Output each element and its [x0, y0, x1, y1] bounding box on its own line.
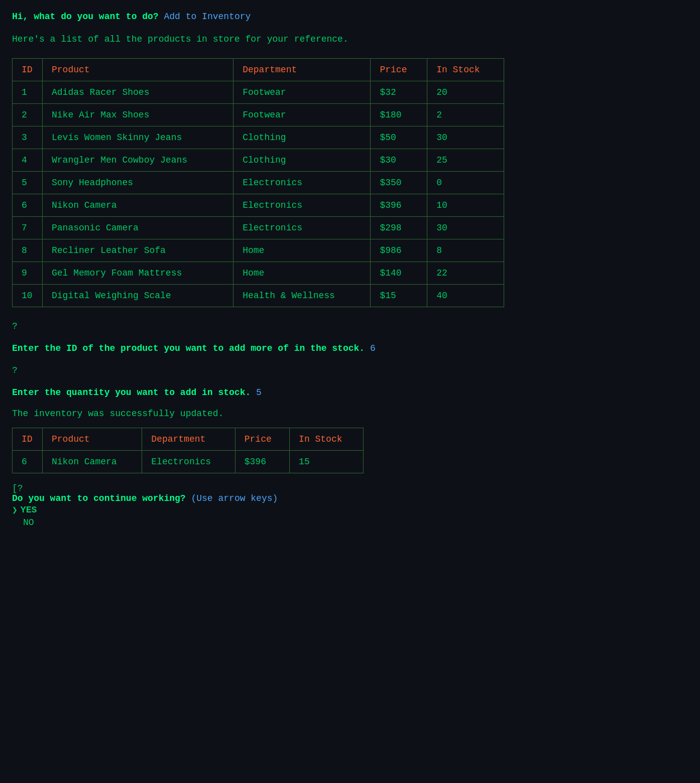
cell-id: 1 — [13, 81, 43, 104]
table-row: 10 Digital Weighing Scale Health & Welln… — [13, 285, 504, 307]
cell-price: $32 — [371, 81, 427, 104]
continue-question-line: Do you want to continue working? (Use ar… — [12, 493, 688, 503]
result-col-header-price: Price — [235, 428, 289, 451]
result-col-header-in-stock: In Stock — [290, 428, 364, 451]
cell-in-stock: 22 — [427, 262, 504, 285]
col-header-price: Price — [371, 59, 427, 81]
cell-id: 4 — [13, 149, 43, 172]
table-row: 9 Gel Memory Foam Mattress Home $140 22 — [13, 262, 504, 285]
cell-id: 9 — [13, 262, 43, 285]
table-row: 3 Levis Women Skinny Jeans Clothing $50 … — [13, 126, 504, 149]
cell-in-stock: 10 — [427, 194, 504, 217]
result-cell-in-stock: 15 — [290, 451, 364, 473]
option-no[interactable]: NO — [12, 516, 688, 529]
cell-in-stock: 20 — [427, 81, 504, 104]
cell-department: Health & Wellness — [234, 285, 371, 307]
prompt1-marker: ? — [12, 321, 18, 331]
option-yes[interactable]: ❯ YES — [12, 503, 688, 516]
table-row: 7 Panasonic Camera Electronics $298 30 — [13, 217, 504, 239]
result-table-header-row: ID Product Department Price In Stock — [13, 428, 364, 451]
cell-department: Electronics — [234, 172, 371, 194]
cell-in-stock: 2 — [427, 104, 504, 126]
prompt1-answer: 6 — [370, 343, 376, 353]
cell-product: Recliner Leather Sofa — [43, 239, 234, 262]
cell-product: Levis Women Skinny Jeans — [43, 126, 234, 149]
cell-department: Footwear — [234, 81, 371, 104]
continue-question: Do you want to continue working? — [12, 493, 186, 503]
prompt1-question-line: Enter the ID of the product you want to … — [12, 339, 688, 357]
col-header-id: ID — [13, 59, 43, 81]
continue-hint: (Use arrow keys) — [191, 493, 278, 503]
result-cell-department: Electronics — [142, 451, 235, 473]
prompt2-marker: ? — [12, 365, 18, 375]
cell-id: 6 — [13, 194, 43, 217]
cell-department: Clothing — [234, 126, 371, 149]
result-col-header-product: Product — [43, 428, 142, 451]
cell-product: Gel Memory Foam Mattress — [43, 262, 234, 285]
col-header-product: Product — [43, 59, 234, 81]
option-no-label: NO — [23, 517, 34, 528]
cell-price: $396 — [371, 194, 427, 217]
result-col-header-department: Department — [142, 428, 235, 451]
col-header-in-stock: In Stock — [427, 59, 504, 81]
cell-id: 5 — [13, 172, 43, 194]
cell-department: Home — [234, 239, 371, 262]
cell-department: Home — [234, 262, 371, 285]
prompt2-marker-line: ? — [12, 361, 688, 379]
cell-price: $50 — [371, 126, 427, 149]
result-cell-id: 6 — [13, 451, 43, 473]
header-question: Hi, what do you want to do? — [12, 12, 159, 22]
cell-product: Panasonic Camera — [43, 217, 234, 239]
cell-product: Digital Weighing Scale — [43, 285, 234, 307]
cell-department: Electronics — [234, 217, 371, 239]
result-table-row: 6 Nikon Camera Electronics $396 15 — [13, 451, 364, 473]
table-row: 4 Wrangler Men Cowboy Jeans Clothing $30… — [13, 149, 504, 172]
cell-price: $15 — [371, 285, 427, 307]
col-header-department: Department — [234, 59, 371, 81]
table-row: 6 Nikon Camera Electronics $396 10 — [13, 194, 504, 217]
table-row: 8 Recliner Leather Sofa Home $986 8 — [13, 239, 504, 262]
header-line: Hi, what do you want to do? Add to Inven… — [12, 10, 688, 24]
cell-id: 7 — [13, 217, 43, 239]
cell-product: Nike Air Max Shoes — [43, 104, 234, 126]
result-product-table: ID Product Department Price In Stock 6 N… — [12, 428, 364, 473]
cell-in-stock: 30 — [427, 126, 504, 149]
prompt2-question: Enter the quantity you want to add in st… — [12, 387, 251, 398]
table-row: 2 Nike Air Max Shoes Footwear $180 2 — [13, 104, 504, 126]
no-spacer — [12, 517, 20, 528]
prompt2-answer: 5 — [256, 387, 262, 398]
prompt1-question: Enter the ID of the product you want to … — [12, 343, 365, 353]
continue-bracket-line: [? — [12, 483, 688, 493]
main-table-header-row: ID Product Department Price In Stock — [13, 59, 504, 81]
result-cell-price: $396 — [235, 451, 289, 473]
cell-product: Sony Headphones — [43, 172, 234, 194]
cell-id: 10 — [13, 285, 43, 307]
result-cell-product: Nikon Camera — [43, 451, 142, 473]
cell-in-stock: 8 — [427, 239, 504, 262]
subheader-text: Here's a list of all the products in sto… — [12, 33, 688, 46]
continue-section: [? Do you want to continue working? (Use… — [12, 483, 688, 529]
cell-product: Nikon Camera — [43, 194, 234, 217]
cell-in-stock: 30 — [427, 217, 504, 239]
cell-price: $140 — [371, 262, 427, 285]
cell-in-stock: 0 — [427, 172, 504, 194]
cell-department: Electronics — [234, 194, 371, 217]
cell-product: Wrangler Men Cowboy Jeans — [43, 149, 234, 172]
table-row: 1 Adidas Racer Shoes Footwear $32 20 — [13, 81, 504, 104]
cell-price: $180 — [371, 104, 427, 126]
cell-price: $986 — [371, 239, 427, 262]
cell-price: $350 — [371, 172, 427, 194]
cell-price: $298 — [371, 217, 427, 239]
cell-id: 2 — [13, 104, 43, 126]
cell-department: Footwear — [234, 104, 371, 126]
prompt2-question-line: Enter the quantity you want to add in st… — [12, 383, 688, 402]
cell-id: 8 — [13, 239, 43, 262]
table-row: 5 Sony Headphones Electronics $350 0 — [13, 172, 504, 194]
cell-in-stock: 25 — [427, 149, 504, 172]
main-product-table: ID Product Department Price In Stock 1 A… — [12, 58, 504, 307]
success-message: The inventory was successfully updated. — [12, 409, 688, 419]
arrow-icon: ❯ — [12, 504, 18, 515]
cell-department: Clothing — [234, 149, 371, 172]
cell-in-stock: 40 — [427, 285, 504, 307]
cell-id: 3 — [13, 126, 43, 149]
